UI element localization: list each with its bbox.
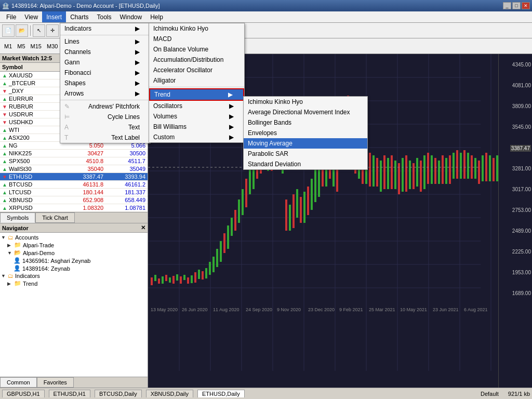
tree-trend[interactable]: ▶ 📁 Trend bbox=[7, 280, 147, 287]
market-row[interactable]: ▲ NIKK225 30427 30500 bbox=[0, 150, 148, 157]
tree-accounts-root[interactable]: ▼ 🗂 Accounts bbox=[1, 234, 147, 241]
navigator-tabs: Common Favorites bbox=[0, 377, 148, 388]
alpari-demo-label: Alpari-Demo bbox=[23, 250, 55, 256]
accelerator-label: Accelerator Oscillator bbox=[153, 66, 212, 74]
tree-account-1[interactable]: 👤 14365961: Asghari Zeynab bbox=[14, 257, 147, 264]
tree-account-2[interactable]: 👤 14389164: Zeynab bbox=[14, 264, 147, 272]
menu-alligator[interactable]: Alligator bbox=[149, 75, 244, 86]
menu-accum-dist[interactable]: Accumulation/Distribution bbox=[149, 55, 244, 65]
market-row[interactable]: ▲ LTCUSD 180.144 181.337 bbox=[0, 189, 148, 196]
fibonacci-label: Fibonacci bbox=[64, 69, 91, 76]
status-tab-gbpusd[interactable]: GBPUSD,H1 bbox=[2, 390, 45, 397]
menu-insert[interactable]: Insert bbox=[42, 11, 66, 22]
tree-alpari-demo[interactable]: ▼ 📂 Alpari-Demo bbox=[7, 249, 147, 257]
menu-custom[interactable]: Custom ▶ bbox=[149, 132, 244, 142]
symbol-name: ETHUSD bbox=[9, 174, 32, 180]
trend-bollinger[interactable]: Bollinger Bands bbox=[244, 117, 367, 128]
symbol-cell: ▲ WTI bbox=[0, 126, 63, 134]
svg-text:23 Dec 2020: 23 Dec 2020 bbox=[308, 307, 335, 312]
svg-rect-99 bbox=[431, 155, 433, 184]
svg-rect-90 bbox=[398, 163, 400, 194]
menu-ichimoku[interactable]: Ichimoku Kinko Hyo bbox=[149, 23, 244, 34]
market-row[interactable]: ▲ WallSt30 35040 35049 bbox=[0, 165, 148, 173]
direction-arrow: ▲ bbox=[2, 197, 7, 203]
m30-btn[interactable]: M30 bbox=[45, 43, 60, 49]
trend-std-dev[interactable]: Standard Deviation bbox=[244, 159, 367, 169]
maximize-button[interactable]: □ bbox=[512, 2, 521, 9]
menu-charts[interactable]: Charts bbox=[66, 11, 92, 22]
minimize-button[interactable]: _ bbox=[503, 2, 511, 9]
menu-cycle-lines[interactable]: ⊨ Cycle Lines bbox=[60, 112, 150, 122]
menu-fibonacci[interactable]: Fibonacci ▶ bbox=[60, 68, 150, 78]
market-row[interactable]: ▲ XBNUSD 652.908 658.449 bbox=[0, 196, 148, 204]
svg-rect-113 bbox=[482, 155, 484, 181]
trend-parabolic-sar[interactable]: Parabolic SAR bbox=[244, 149, 367, 159]
menu-bill-williams[interactable]: Bill Williams ▶ bbox=[149, 122, 244, 132]
menu-macd[interactable]: MACD bbox=[149, 34, 244, 44]
m5-btn[interactable]: M5 bbox=[15, 43, 27, 49]
tab-tick-chart[interactable]: Tick Chart bbox=[35, 212, 75, 223]
trend-moving-average[interactable]: Moving Average bbox=[244, 138, 367, 149]
menu-text[interactable]: A Text bbox=[60, 122, 150, 132]
menu-text-label[interactable]: T Text Label bbox=[60, 132, 150, 143]
menu-obv[interactable]: On Balance Volume bbox=[149, 44, 244, 55]
menu-help[interactable]: Help bbox=[146, 11, 167, 22]
trend-envelopes[interactable]: Envelopes bbox=[244, 128, 367, 138]
svg-rect-30 bbox=[180, 276, 182, 284]
tab-symbols[interactable]: Symbols bbox=[0, 212, 35, 223]
status-tab-ethusd-h1[interactable]: ETHUSD,H1 bbox=[49, 390, 90, 397]
menu-volumes[interactable]: Volumes ▶ bbox=[149, 111, 244, 122]
menu-indicators[interactable]: Indicators ▶ bbox=[60, 23, 150, 34]
market-row[interactable]: ▼ ETHUSD 3387.47 3393.94 bbox=[0, 173, 148, 181]
arrow-tool[interactable]: ↖ bbox=[33, 24, 45, 37]
open-button[interactable]: 📂 bbox=[16, 24, 28, 37]
tree-indicators-root[interactable]: ▼ 🗂 Indicators bbox=[1, 272, 147, 280]
insert-submenu[interactable]: Indicators ▶ Lines ▶ Channels ▶ Gann ▶ F… bbox=[60, 23, 151, 143]
trend-ichimoku[interactable]: Ichimoku Kinko Hyo bbox=[244, 97, 367, 107]
menu-andrews[interactable]: ✎ Andrews' Pitchfork bbox=[60, 101, 150, 112]
title-bar-controls: _ □ ✕ bbox=[503, 2, 530, 9]
menu-shapes[interactable]: Shapes ▶ bbox=[60, 78, 150, 88]
symbol-cell: ▼ ETHUSD bbox=[0, 173, 63, 181]
menu-file[interactable]: File bbox=[2, 11, 20, 22]
menu-trend-active[interactable]: Trend ▶ bbox=[149, 88, 244, 101]
new-chart-button[interactable]: 📄 bbox=[2, 24, 15, 37]
market-row[interactable]: ▲ BTCUSD 46131.8 46161.2 bbox=[0, 181, 148, 189]
trend-sar-label: Parabolic SAR bbox=[248, 150, 288, 157]
svg-rect-101 bbox=[438, 161, 440, 184]
menu-window[interactable]: Window bbox=[116, 11, 147, 22]
status-tab-ethusd-daily[interactable]: ETHUSD,Daily bbox=[197, 390, 245, 397]
menu-oscillators[interactable]: Oscillators ▶ bbox=[149, 101, 244, 111]
indicators-label-menu: Indicators bbox=[64, 25, 91, 32]
trend-submenu[interactable]: Ichimoku Kinko Hyo Average Directional M… bbox=[243, 96, 368, 170]
menu-lines[interactable]: Lines ▶ bbox=[60, 36, 150, 47]
m15-btn[interactable]: M15 bbox=[29, 43, 44, 49]
status-tab-xbnusd[interactable]: XBNUSD,Daily bbox=[146, 390, 193, 397]
crosshair-tool[interactable]: ✛ bbox=[46, 24, 59, 37]
indicators-quick-menu[interactable]: Ichimoku Kinko Hyo MACD On Balance Volum… bbox=[149, 23, 245, 143]
bid-price: 180.144 bbox=[63, 189, 105, 196]
menu-accelerator[interactable]: Accelerator Oscillator bbox=[149, 65, 244, 75]
tree-alpari-trade[interactable]: ▶ 📁 Alpari-Trade bbox=[7, 241, 147, 249]
menu-gann[interactable]: Gann ▶ bbox=[60, 57, 150, 68]
symbol-name: NIKK225 bbox=[9, 150, 32, 156]
svg-rect-106 bbox=[456, 150, 458, 179]
menu-arrows[interactable]: Arrows ▶ bbox=[60, 88, 150, 99]
trend-admi[interactable]: Average Directional Movement Index bbox=[244, 107, 367, 117]
market-row[interactable]: ▲ XRPUSD 1.08320 1.08781 bbox=[0, 204, 148, 212]
status-tab-btcusd[interactable]: BTCUSD,Daily bbox=[95, 390, 142, 397]
navigator-body[interactable]: ▼ 🗂 Accounts ▶ 📁 Alpari-Trade ▼ 📂 Alpari… bbox=[0, 233, 148, 377]
status-bar: GBPUSD,H1 ETHUSD,H1 BTCUSD,Daily XBNUSD,… bbox=[0, 388, 532, 399]
nav-tab-common[interactable]: Common bbox=[0, 377, 37, 388]
market-row[interactable]: ▲ SPX500 4510.8 4511.7 bbox=[0, 157, 148, 165]
close-button[interactable]: ✕ bbox=[522, 2, 530, 9]
menu-channels[interactable]: Channels ▶ bbox=[60, 47, 150, 57]
nav-tab-favorites[interactable]: Favorites bbox=[37, 377, 74, 388]
price-2225: 2225.00 bbox=[512, 249, 531, 255]
svg-rect-87 bbox=[387, 158, 389, 189]
navigator-close[interactable]: ✕ bbox=[141, 224, 145, 231]
menu-view[interactable]: View bbox=[20, 11, 42, 22]
svg-rect-105 bbox=[453, 153, 455, 179]
m1-btn[interactable]: M1 bbox=[2, 43, 14, 49]
menu-tools[interactable]: Tools bbox=[93, 11, 116, 22]
